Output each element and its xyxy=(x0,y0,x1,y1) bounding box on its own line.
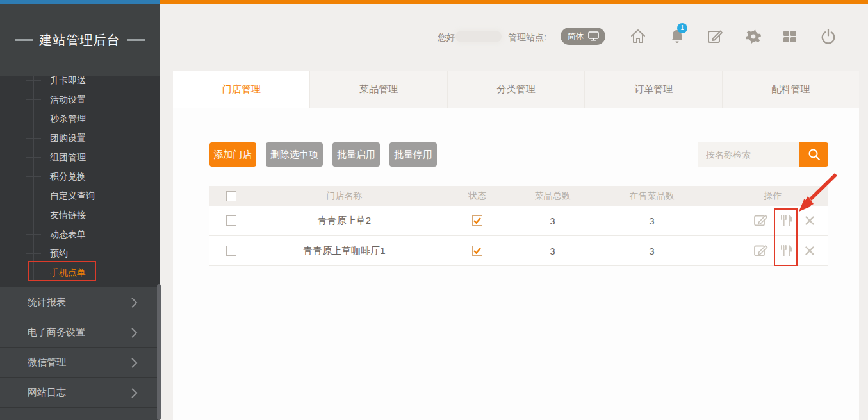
tab-ingredient-management[interactable]: 配料管理 xyxy=(722,71,859,108)
sidebar-item-friend-links[interactable]: 友情链接 xyxy=(0,205,160,224)
sidebar-item-activity-settings[interactable]: 活动设置 xyxy=(0,90,160,109)
sidebar-item-label: 动态表单 xyxy=(50,229,86,239)
tab-category-management[interactable]: 分类管理 xyxy=(447,71,584,108)
status-checkbox-checked[interactable] xyxy=(472,246,482,256)
sidebar-group-wechat[interactable]: 微信管理 xyxy=(0,348,160,378)
table-header-row: 门店名称 状态 菜品总数 在售菜品数 操作 xyxy=(209,186,828,206)
home-icon[interactable] xyxy=(629,28,647,46)
dine-icon[interactable] xyxy=(779,213,794,228)
menu-tick xyxy=(26,80,41,81)
menu-tick xyxy=(26,273,41,273)
dish-total-value: 3 xyxy=(550,215,555,226)
dish-total-value: 3 xyxy=(550,246,555,256)
menu-tick xyxy=(26,157,41,158)
status-checkbox-checked[interactable] xyxy=(472,215,482,226)
content-panel: 添加门店 删除选中项 批量启用 批量停用 门店名称 状态 菜品总数 在售菜品数 … xyxy=(173,108,859,420)
sidebar-item-label: 组团管理 xyxy=(50,152,86,162)
sidebar-item-label: 团购设置 xyxy=(50,133,86,143)
search-input[interactable] xyxy=(698,142,799,167)
table-row: 青青原上草2 3 3 xyxy=(209,206,828,236)
sidebar-group-site-logs[interactable]: 网站日志 xyxy=(0,378,160,408)
gear-icon[interactable] xyxy=(744,28,762,46)
menu-tick xyxy=(26,119,41,119)
delete-icon[interactable] xyxy=(805,246,815,256)
menu-tick xyxy=(26,138,41,139)
language-site-pill[interactable]: 简体 xyxy=(561,28,605,45)
search-button[interactable] xyxy=(799,142,828,167)
sidebar-group-ecommerce[interactable]: 电子商务设置 xyxy=(0,317,160,348)
sidebar-item-team-manage[interactable]: 组团管理 xyxy=(0,147,160,167)
store-name: 青青原上草咖啡厅1 xyxy=(303,245,385,257)
sidebar-item-dynamic-forms[interactable]: 动态表单 xyxy=(0,224,160,244)
group-label: 统计报表 xyxy=(28,287,66,317)
language-label: 简体 xyxy=(568,31,584,42)
add-store-button[interactable]: 添加门店 xyxy=(209,142,256,167)
power-icon[interactable] xyxy=(819,28,837,46)
column-header-status: 状态 xyxy=(468,190,486,202)
sidebar-item-label: 预约 xyxy=(50,248,68,258)
store-name: 青青原上草2 xyxy=(318,215,371,227)
sidebar-scrollbar[interactable] xyxy=(157,284,161,420)
sidebar-item-label: 自定义查询 xyxy=(50,190,95,201)
sidebar-item-reservation[interactable]: 预约 xyxy=(0,244,160,263)
brand-dash-left xyxy=(15,39,33,41)
group-label: 微信管理 xyxy=(28,348,66,377)
column-header-store-name: 门店名称 xyxy=(327,190,363,202)
store-table: 门店名称 状态 菜品总数 在售菜品数 操作 青青原上草2 3 3 xyxy=(209,186,828,266)
bell-icon[interactable]: 1 xyxy=(668,28,686,46)
sidebar-title: 建站管理后台 xyxy=(40,31,120,49)
app-window: 建站管理后台 升卡即送 活动设置 秒杀管理 团购设置 组团管理 积分兑换 自定义… xyxy=(0,0,868,420)
apps-icon[interactable] xyxy=(781,28,799,46)
main-area: 您好 管理站点: 简体 1 xyxy=(160,0,868,420)
username-redacted xyxy=(455,31,502,42)
select-all-checkbox[interactable] xyxy=(226,191,236,201)
tab-strip: 门店管理 菜品管理 分类管理 订单管理 配料管理 xyxy=(173,71,859,108)
search-icon xyxy=(807,147,821,162)
main-top-strip xyxy=(160,0,868,4)
sidebar-group-statistics[interactable]: 统计报表 xyxy=(0,287,160,317)
sidebar-item-mobile-ordering[interactable]: 手机点单 xyxy=(0,263,160,282)
chevron-right-icon xyxy=(131,387,138,401)
delete-selected-button[interactable]: 删除选中项 xyxy=(266,142,323,167)
delete-icon[interactable] xyxy=(805,215,815,226)
sidebar-item-group-buy[interactable]: 团购设置 xyxy=(0,128,160,147)
monitor-icon xyxy=(588,31,599,41)
compose-icon[interactable] xyxy=(706,28,724,46)
dish-on-sale-value: 3 xyxy=(649,246,654,256)
edit-icon[interactable] xyxy=(753,214,768,228)
row-select-checkbox[interactable] xyxy=(226,215,236,226)
sidebar-brand: 建站管理后台 xyxy=(0,4,160,76)
table-row: 青青原上草咖啡厅1 3 3 xyxy=(209,236,828,266)
dish-on-sale-value: 3 xyxy=(649,215,654,226)
menu-tick xyxy=(26,215,41,215)
batch-disable-button[interactable]: 批量停用 xyxy=(389,142,437,167)
sidebar-submenu: 升卡即送 活动设置 秒杀管理 团购设置 组团管理 积分兑换 自定义查询 友情链接… xyxy=(0,76,160,287)
sidebar-item-label: 手机点单 xyxy=(50,267,86,278)
dine-icon[interactable] xyxy=(779,243,794,258)
column-header-dish-total: 菜品总数 xyxy=(535,190,571,202)
batch-enable-button[interactable]: 批量启用 xyxy=(332,142,380,167)
manage-site-label: 管理站点: xyxy=(508,32,546,44)
row-select-checkbox[interactable] xyxy=(226,246,236,256)
sidebar-item-label: 活动设置 xyxy=(50,94,86,105)
chevron-right-icon xyxy=(131,327,138,341)
chevron-right-icon xyxy=(131,357,138,371)
greeting-text: 您好 xyxy=(438,32,455,44)
menu-tick xyxy=(26,196,41,196)
menu-tick xyxy=(26,234,41,235)
tab-store-management[interactable]: 门店管理 xyxy=(173,71,309,108)
sidebar-item-flash-sale[interactable]: 秒杀管理 xyxy=(0,109,160,128)
tab-order-management[interactable]: 订单管理 xyxy=(584,71,721,108)
sidebar-item-custom-query[interactable]: 自定义查询 xyxy=(0,186,160,205)
sidebar: 建站管理后台 升卡即送 活动设置 秒杀管理 团购设置 组团管理 积分兑换 自定义… xyxy=(0,0,160,420)
sidebar-item-label: 积分兑换 xyxy=(50,171,86,181)
sidebar-item-label: 秒杀管理 xyxy=(50,113,86,124)
column-header-operations: 操作 xyxy=(764,190,782,202)
edit-icon[interactable] xyxy=(753,244,768,258)
sidebar-item-points-exchange[interactable]: 积分兑换 xyxy=(0,167,160,186)
sidebar-item-card-gift[interactable]: 升卡即送 xyxy=(0,76,160,90)
menu-tick xyxy=(26,253,41,254)
tab-dish-management[interactable]: 菜品管理 xyxy=(309,71,446,108)
group-label: 电子商务设置 xyxy=(28,317,85,347)
menu-list: 升卡即送 活动设置 秒杀管理 团购设置 组团管理 积分兑换 自定义查询 友情链接… xyxy=(0,76,160,282)
